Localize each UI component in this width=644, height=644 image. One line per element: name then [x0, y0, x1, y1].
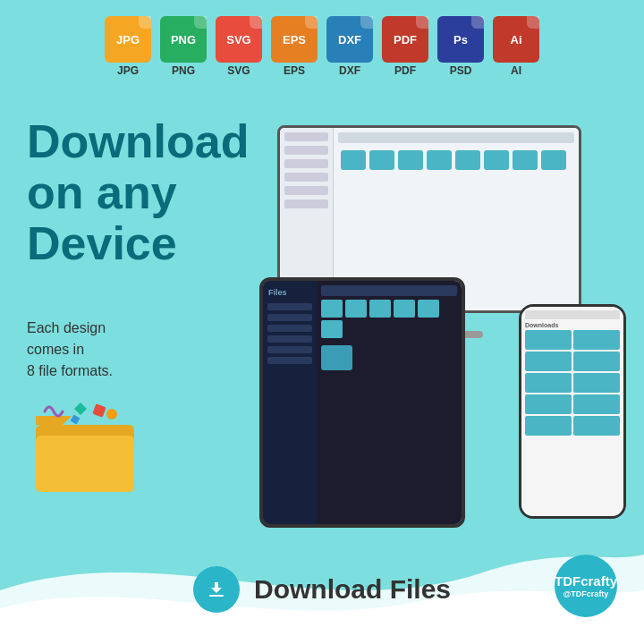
tablet-folder [321, 320, 343, 338]
file-icon-eps: EPS EPS [271, 16, 318, 77]
monitor-folder [427, 150, 452, 170]
file-icon-jpg: JPG JPG [105, 16, 151, 77]
tablet-folder-large [321, 345, 352, 370]
heading-line2: on any [27, 167, 249, 218]
tablet-screen: Files [263, 281, 462, 524]
tablet-folder [418, 300, 439, 318]
devices-container: Files [259, 125, 635, 519]
phone-mockup: Downloads [519, 304, 626, 519]
brand-name: TDFcrafty [555, 573, 617, 589]
tablet-topbar [321, 285, 457, 296]
svg-rect-5 [71, 415, 80, 425]
monitor-folder [369, 150, 394, 170]
download-icon-circle[interactable] [193, 566, 240, 613]
monitor-folder [455, 150, 480, 170]
monitor-folder [484, 150, 509, 170]
phone-folder [525, 373, 572, 393]
pdf-icon-graphic: PDF [382, 16, 428, 63]
phone-folder-grid [525, 330, 620, 436]
file-icon-ai: Ai AI [493, 16, 539, 77]
eps-text-label: EPS [284, 64, 305, 77]
file-formats-row: JPG JPG PNG PNG SVG SVG EPS EPS [105, 16, 539, 77]
file-icon-dxf: DXF DXF [326, 16, 373, 77]
png-text-label: PNG [172, 64, 195, 77]
sub-text: Each designcomes in8 file formats. [27, 318, 113, 382]
dxf-icon-label: DXF [338, 33, 361, 47]
phone-folder [573, 394, 620, 414]
monitor-toolbar [338, 132, 574, 143]
tablet-sidebar-item [267, 303, 312, 310]
monitor-sidebar-item [284, 132, 328, 141]
svg-rect-3 [92, 403, 106, 417]
phone-folder [525, 416, 572, 436]
svg-rect-6 [209, 595, 224, 597]
png-icon-graphic: PNG [160, 16, 207, 63]
phone-folder [573, 330, 620, 350]
main-heading: Download on any Device [27, 116, 249, 270]
tablet-sidebar-item [267, 346, 312, 353]
file-icon-svg: SVG SVG [216, 16, 262, 77]
tablet-folder [321, 300, 343, 318]
phone-folder [573, 352, 620, 371]
file-icon-pdf: PDF PDF [382, 16, 428, 77]
phone-topbar [525, 310, 620, 319]
svg-marker-2 [74, 402, 87, 415]
monitor-folder [513, 150, 538, 170]
tablet-sidebar-item [267, 314, 312, 321]
pdf-icon-label: PDF [394, 33, 417, 47]
jpg-icon-label: JPG [116, 33, 140, 47]
phone-folder [573, 416, 620, 436]
tablet-sidebar-item [267, 357, 312, 364]
phone-folder [525, 352, 572, 371]
psd-icon-label: Ps [453, 33, 468, 47]
psd-icon-graphic: Ps [437, 16, 484, 63]
ai-icon-graphic: Ai [493, 16, 539, 63]
svg-icon-label: SVG [226, 33, 250, 47]
eps-icon-label: EPS [283, 33, 306, 47]
tablet-sidebar-item [267, 335, 312, 343]
phone-screen: Downloads [521, 307, 623, 516]
svg-icon-graphic: SVG [216, 16, 262, 63]
tablet-sidebar-item [267, 325, 312, 332]
monitor-folder [341, 150, 366, 170]
jpg-text-label: JPG [117, 64, 139, 77]
download-files-label: Download Files [254, 574, 451, 605]
ai-icon-label: Ai [511, 33, 522, 47]
monitor-sidebar-item [284, 159, 328, 168]
brand-badge: TDFcrafty @TDFcrafty [555, 555, 617, 617]
background: JPG JPG PNG PNG SVG SVG EPS EPS [0, 0, 644, 644]
folder-3d-illustration [27, 398, 152, 505]
monitor-sidebar-item [284, 146, 328, 155]
dxf-icon-graphic: DXF [326, 16, 373, 63]
phone-folder [573, 373, 620, 393]
tablet-sidebar: Files [263, 281, 317, 524]
download-section[interactable]: Download Files [193, 566, 451, 613]
ai-text-label: AI [511, 64, 521, 77]
monitor-sidebar-item [284, 186, 328, 195]
svg-rect-1 [36, 436, 134, 492]
phone-folder [525, 330, 572, 350]
dxf-text-label: DXF [339, 64, 360, 77]
svg-text-label: SVG [227, 64, 250, 77]
phone-folder [525, 394, 572, 414]
monitor-folder [541, 150, 566, 170]
tablet-folder [394, 300, 415, 318]
tablet-folders [321, 300, 457, 338]
heading-line1: Download [27, 116, 249, 167]
monitor-sidebar-item [284, 199, 328, 208]
tablet-folder [369, 300, 391, 318]
monitor-folders [338, 148, 574, 173]
jpg-icon-graphic: JPG [105, 16, 151, 63]
sub-text-content: Each designcomes in8 file formats. [27, 320, 113, 378]
tablet-folder [345, 300, 367, 318]
tablet-mockup: Files [259, 277, 465, 528]
heading-line3: Device [27, 218, 249, 269]
file-icon-png: PNG PNG [160, 16, 207, 77]
pdf-text-label: PDF [394, 64, 416, 77]
svg-point-4 [106, 409, 117, 419]
tablet-main [317, 281, 462, 524]
monitor-sidebar-item [284, 173, 328, 182]
file-icon-psd: Ps PSD [437, 16, 484, 77]
monitor-folder [398, 150, 423, 170]
brand-handle: @TDFcrafty [564, 589, 609, 599]
